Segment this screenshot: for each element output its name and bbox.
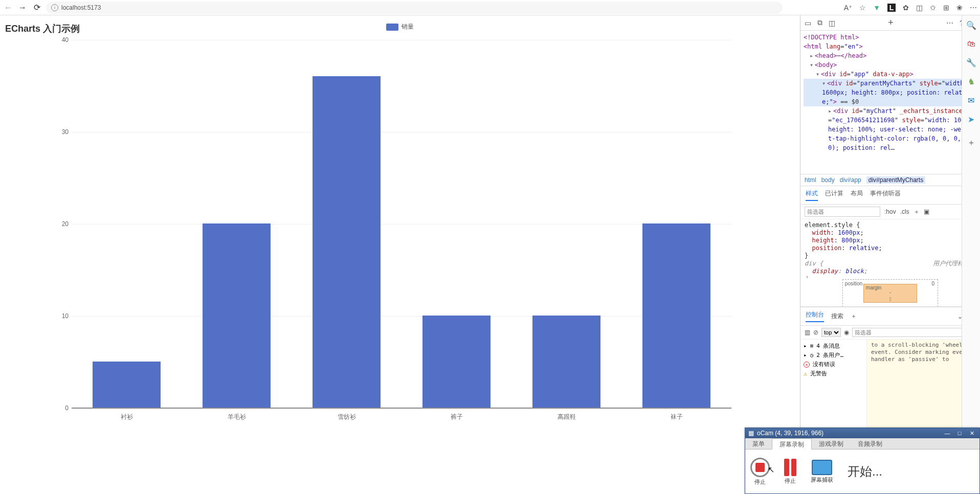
console-sidebar-toggle-icon[interactable]: ▥ [805,329,810,336]
styles-filter-input[interactable] [805,207,880,217]
chart-legend[interactable]: 销量 [386,23,414,31]
extensions-icon[interactable]: ✿ [903,4,909,12]
ocam-minimize-icon[interactable]: — [943,430,952,436]
ocam-tab-menu[interactable]: 菜单 [745,438,772,449]
search-sidebar-icon[interactable]: 🔍 [966,20,976,30]
extension-badge-icon[interactable]: L [887,4,896,12]
tab-events[interactable]: 事件侦听器 [870,189,901,201]
bar[interactable] [313,76,381,408]
styles-pane[interactable]: element.style { width: 1600px; height: 8… [800,219,980,278]
performance-icon[interactable]: ❀ [956,4,963,12]
ocam-stop-button[interactable]: 停止 [750,458,770,486]
more-icon[interactable]: ⋯ [970,4,977,12]
devtools-toolbar: ▭ ⧉ ◫ + ⋯ ? ✕ [800,15,980,31]
styles-filter-row: :hov .cls ＋ ▣ [800,205,980,219]
chart-title: ECharts 入门示例 [5,23,80,35]
elements-tree[interactable]: <!DOCTYPE html> <html lang="en"> ▸<head>… [800,31,980,174]
ocam-close-icon[interactable]: ✕ [967,430,976,437]
vue-devtools-icon[interactable]: ▼ [873,4,880,12]
y-tick: 30 [56,128,69,136]
console-eye-icon[interactable]: ◉ [844,329,849,336]
y-tick: 20 [56,220,69,228]
tab-computed[interactable]: 已计算 [825,189,843,201]
tab-styles[interactable]: 样式 [806,189,818,201]
crumb-parent[interactable]: div#parentMyCharts [866,176,925,184]
send-icon[interactable]: ➤ [968,115,974,124]
hov-toggle[interactable]: :hov [884,208,896,215]
y-tick: 10 [56,312,69,320]
box-model[interactable]: position 0 margin - [800,278,980,307]
outlook-icon[interactable]: ✉ [968,96,974,105]
games-icon[interactable]: ♞ [968,77,975,86]
mychart-node[interactable]: ▸<div id="myChart" _echarts_instance_="e… [804,106,980,152]
reload-button[interactable]: ⟳ [32,3,42,12]
x-tick: 袜子 [671,413,683,421]
read-aloud-icon[interactable]: A⁺ [844,4,852,12]
bar[interactable] [203,223,271,408]
legend-swatch-icon [386,24,398,31]
ocam-title-text: oCam (4, 39, 1916, 966) [757,430,823,437]
tab-console[interactable]: 控制台 [806,310,824,322]
ocam-window[interactable]: ▦ oCam (4, 39, 1916, 966) — □ ✕ 菜单 屏幕录制 … [745,428,980,494]
ocam-tab-screen[interactable]: 屏幕录制 [772,438,812,450]
back-button[interactable]: ← [3,3,13,12]
site-info-icon[interactable]: i [51,4,58,11]
console-add-icon[interactable]: ＋ [851,312,857,321]
console-filter-input[interactable] [852,328,967,337]
forward-button[interactable]: → [17,3,28,12]
doctype-node: <!DOCTYPE html> [804,34,859,41]
browser-toolbar: ← → ⟳ i localhost:5173 A⁺ ☆ ▼ L ✿ ◫ ✩ ⊞ … [0,0,980,15]
console-toolbar: ▥ ⊘ top ◉ ⚙ [800,326,980,340]
crumb-app[interactable]: div#app [840,176,861,184]
ocam-start-label: 开始... [848,463,882,480]
bar[interactable] [93,362,161,408]
collections-split-icon[interactable]: ◫ [916,4,923,12]
ocam-capture-button[interactable]: 屏幕捕获 [811,460,833,484]
x-tick: 高跟鞋 [558,413,576,421]
sidebar-add-icon[interactable]: ＋ [967,138,975,148]
chart-plot-area[interactable]: 010203040衬衫羊毛衫雪纺衫裤子高跟鞋袜子 [72,40,731,408]
console-context-select[interactable]: top [821,328,841,337]
url-text: localhost:5173 [61,4,101,11]
x-tick: 衬衫 [121,413,133,421]
crumb-html[interactable]: html [805,176,816,184]
x-tick: 雪纺衫 [338,413,356,421]
new-tab-button[interactable]: + [888,17,894,28]
styles-subtabs: 样式 已计算 布局 事件侦听器 [800,186,980,205]
ocam-pause-button[interactable]: 停止 [784,459,796,485]
more-tools-icon[interactable]: ⋯ [946,19,953,27]
y-tick: 0 [56,405,69,412]
shopping-icon[interactable]: 🛍 [967,39,975,49]
selected-element-node[interactable]: ▾<div id="parentMyCharts" style="width: … [804,79,980,106]
page-viewport: ECharts 入门示例 销量 010203040衬衫羊毛衫雪纺衫裤子高跟鞋袜子 [0,15,800,494]
elements-breadcrumb[interactable]: html body div#app div#parentMyCharts [800,174,980,186]
dock-icon[interactable]: ◫ [829,19,835,27]
ocam-tabs: 菜单 屏幕录制 游戏录制 音频录制 [745,438,979,450]
device-emulation-icon[interactable]: ▭ [805,19,811,27]
bar[interactable] [422,316,491,408]
ocam-titlebar[interactable]: ▦ oCam (4, 39, 1916, 966) — □ ✕ [745,428,979,438]
responsive-icon[interactable]: ⧉ [817,18,822,27]
browser-actions: A⁺ ☆ ▼ L ✿ ◫ ✩ ⊞ ❀ ⋯ [844,4,977,12]
tab-layout[interactable]: 布局 [851,189,863,201]
new-style-rule-icon[interactable]: ＋ [914,208,920,216]
browser-sidebar: 🔍 🛍 🔧 ♞ ✉ ➤ ＋ [962,15,980,494]
console-clear-icon[interactable]: ⊘ [813,329,818,336]
bar[interactable] [642,223,710,408]
collections-icon[interactable]: ⊞ [943,4,949,12]
ocam-maximize-icon[interactable]: □ [955,430,964,436]
crumb-body[interactable]: body [821,176,835,184]
tab-search[interactable]: 搜索 [831,312,843,321]
cls-toggle[interactable]: .cls [900,208,909,215]
address-bar[interactable]: i localhost:5173 [46,2,783,14]
ocam-tab-game[interactable]: 游戏录制 [812,438,851,449]
bar[interactable] [532,316,600,408]
favorites-bar-icon[interactable]: ✩ [930,4,936,12]
tools-icon[interactable]: 🔧 [966,58,976,68]
x-tick: 羊毛衫 [228,413,246,421]
favorite-icon[interactable]: ☆ [859,4,866,12]
console-drawer-tabs: 控制台 搜索 ＋ ⌄ ✕ [800,307,980,326]
ocam-tab-audio[interactable]: 音频录制 [851,438,889,449]
ocam-app-icon: ▦ [748,430,754,437]
computed-toggle-icon[interactable]: ▣ [924,208,929,215]
